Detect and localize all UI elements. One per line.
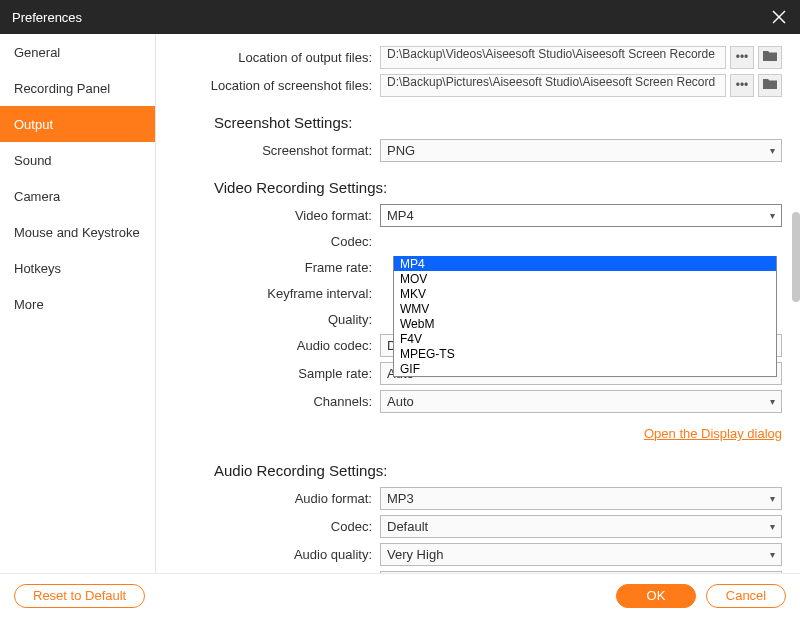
- chevron-down-icon: ▾: [770, 549, 775, 560]
- window-title: Preferences: [12, 10, 82, 25]
- dropdown-option-gif[interactable]: GIF: [394, 361, 776, 376]
- select-value: Auto: [387, 394, 414, 409]
- dropdown-option-mov[interactable]: MOV: [394, 271, 776, 286]
- sidebar-item-hotkeys[interactable]: Hotkeys: [0, 250, 155, 286]
- sidebar-item-recording-panel[interactable]: Recording Panel: [0, 70, 155, 106]
- select-value: Default: [387, 519, 428, 534]
- open-display-dialog-link[interactable]: Open the Display dialog: [644, 426, 782, 441]
- select-value: MP4: [387, 208, 414, 223]
- dropdown-option-mpegts[interactable]: MPEG-TS: [394, 346, 776, 361]
- sidebar-item-camera[interactable]: Camera: [0, 178, 155, 214]
- section-screenshot-settings: Screenshot Settings:: [214, 114, 782, 131]
- audio-codec-label: Codec:: [170, 519, 380, 534]
- section-video-settings: Video Recording Settings:: [214, 179, 782, 196]
- sidebar-item-label: Output: [14, 117, 53, 132]
- video-audiocodec-label: Audio codec:: [170, 338, 380, 353]
- scrollbar-thumb[interactable]: [792, 212, 800, 302]
- sidebar-item-label: General: [14, 45, 60, 60]
- output-path-label: Location of output files:: [170, 50, 380, 65]
- browse-button[interactable]: •••: [730, 74, 754, 97]
- chevron-down-icon: ▾: [770, 396, 775, 407]
- video-samplerate-label: Sample rate:: [170, 366, 380, 381]
- select-value: Very High: [387, 547, 443, 562]
- sidebar-item-general[interactable]: General: [0, 34, 155, 70]
- cancel-button[interactable]: Cancel: [706, 584, 786, 608]
- video-channels-select[interactable]: Auto ▾: [380, 390, 782, 413]
- sidebar-item-label: More: [14, 297, 44, 312]
- close-icon[interactable]: [770, 8, 788, 26]
- video-format-dropdown[interactable]: MP4 MOV MKV WMV WebM F4V MPEG-TS GIF: [393, 256, 777, 377]
- dropdown-option-f4v[interactable]: F4V: [394, 331, 776, 346]
- chevron-down-icon: ▾: [770, 145, 775, 156]
- audio-format-select[interactable]: MP3 ▾: [380, 487, 782, 510]
- browse-button[interactable]: •••: [730, 46, 754, 69]
- video-codec-label: Codec:: [170, 234, 380, 249]
- folder-icon: [763, 78, 777, 93]
- preferences-window: Preferences General Recording Panel Outp…: [0, 0, 800, 617]
- dropdown-option-mp4[interactable]: MP4: [394, 256, 776, 271]
- video-channels-label: Channels:: [170, 394, 380, 409]
- select-value: PNG: [387, 143, 415, 158]
- chevron-down-icon: ▾: [770, 493, 775, 504]
- sidebar-item-label: Camera: [14, 189, 60, 204]
- open-folder-button[interactable]: [758, 74, 782, 97]
- screenshot-path-field[interactable]: D:\Backup\Pictures\Aiseesoft Studio\Aise…: [380, 74, 726, 97]
- video-format-label: Video format:: [170, 208, 380, 223]
- screenshot-path-label: Location of screenshot files:: [170, 78, 380, 93]
- title-bar: Preferences: [0, 0, 800, 34]
- sidebar-item-label: Recording Panel: [14, 81, 110, 96]
- dropdown-option-mkv[interactable]: MKV: [394, 286, 776, 301]
- sidebar-item-label: Hotkeys: [14, 261, 61, 276]
- body: General Recording Panel Output Sound Cam…: [0, 34, 800, 573]
- audio-quality-select[interactable]: Very High ▾: [380, 543, 782, 566]
- chevron-down-icon: ▾: [770, 210, 775, 221]
- dots-icon: •••: [736, 78, 749, 92]
- audio-format-label: Audio format:: [170, 491, 380, 506]
- dropdown-option-webm[interactable]: WebM: [394, 316, 776, 331]
- video-format-select[interactable]: MP4 ▾: [380, 204, 782, 227]
- button-label: Cancel: [726, 588, 766, 603]
- audio-samplerate-select[interactable]: Auto ▾: [380, 571, 782, 574]
- sidebar-item-mouse-keystroke[interactable]: Mouse and Keystroke: [0, 214, 155, 250]
- audio-quality-label: Audio quality:: [170, 547, 380, 562]
- screenshot-format-select[interactable]: PNG ▾: [380, 139, 782, 162]
- sidebar: General Recording Panel Output Sound Cam…: [0, 34, 156, 573]
- sidebar-item-label: Mouse and Keystroke: [14, 225, 140, 240]
- sidebar-item-more[interactable]: More: [0, 286, 155, 322]
- select-value: MP3: [387, 491, 414, 506]
- sidebar-item-sound[interactable]: Sound: [0, 142, 155, 178]
- output-path-field[interactable]: D:\Backup\Videos\Aiseesoft Studio\Aisees…: [380, 46, 726, 69]
- screenshot-format-label: Screenshot format:: [170, 143, 380, 158]
- audio-codec-select[interactable]: Default ▾: [380, 515, 782, 538]
- dropdown-option-wmv[interactable]: WMV: [394, 301, 776, 316]
- dots-icon: •••: [736, 50, 749, 64]
- video-framerate-label: Frame rate:: [170, 260, 380, 275]
- button-label: Reset to Default: [33, 588, 126, 603]
- folder-icon: [763, 50, 777, 65]
- footer: Reset to Default OK Cancel: [0, 573, 800, 617]
- video-keyframe-label: Keyframe interval:: [170, 286, 380, 301]
- section-audio-settings: Audio Recording Settings:: [214, 462, 782, 479]
- ok-button[interactable]: OK: [616, 584, 696, 608]
- reset-button[interactable]: Reset to Default: [14, 584, 145, 608]
- video-quality-label: Quality:: [170, 312, 380, 327]
- button-label: OK: [647, 588, 666, 603]
- sidebar-item-output[interactable]: Output: [0, 106, 155, 142]
- sidebar-item-label: Sound: [14, 153, 52, 168]
- chevron-down-icon: ▾: [770, 521, 775, 532]
- open-folder-button[interactable]: [758, 46, 782, 69]
